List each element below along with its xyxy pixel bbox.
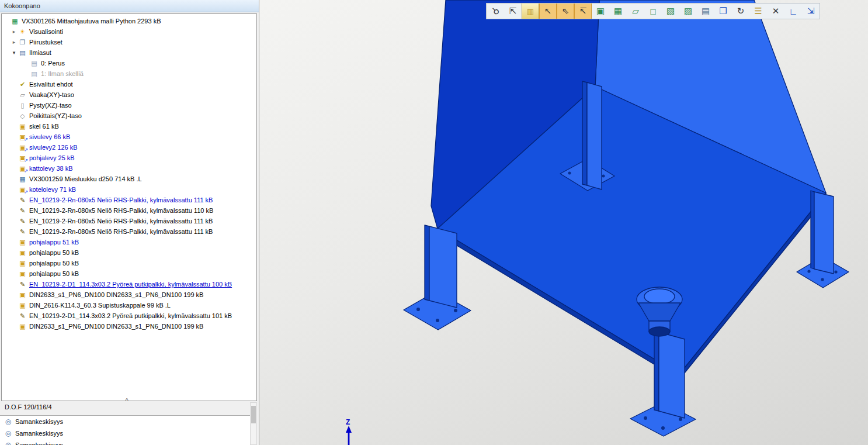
tree-item-label: Vaaka(XY)-taso xyxy=(29,91,78,98)
select-solid-icon[interactable]: ▦ xyxy=(609,4,627,19)
tree-item[interactable]: Esivalitut ehdot xyxy=(2,79,256,89)
tree-item[interactable]: Ilmiasut xyxy=(2,47,256,58)
constraint-item[interactable]: Samankeskisyys xyxy=(0,427,250,439)
axis-icon[interactable]: ∟ xyxy=(784,4,802,19)
z-axis-arrow-icon xyxy=(346,426,352,433)
tree-item[interactable]: VX3001259 Miesluukku d250 714 kB .L xyxy=(2,174,256,184)
tree-item-label: DIN2633_s1_PN6_DN100 DIN2633_s1_PN6_DN10… xyxy=(29,323,207,330)
tree-item-icon xyxy=(18,281,27,288)
tree-item[interactable]: DIN2633_s1_PN6_DN100 DIN2633_s1_PN6_DN10… xyxy=(2,321,256,332)
tree-item[interactable]: kotelolevy 71 kB xyxy=(2,184,256,195)
tree-item-label: EN_10219-2-Rn-080x5 Neliö RHS-Palkki, ky… xyxy=(29,207,217,214)
tree-item-icon xyxy=(18,228,27,236)
snap-point-icon[interactable]: ↖ xyxy=(539,4,557,19)
tree-item-icon xyxy=(18,196,27,204)
scrollbar-thumb[interactable] xyxy=(251,406,256,423)
tree-item[interactable]: sivulevy2 126 kB xyxy=(2,142,256,153)
feature-list-icon[interactable]: ▤ xyxy=(697,4,714,19)
select-hatch-icon[interactable]: ▧ xyxy=(662,4,679,19)
purge-icon[interactable]: ✕ xyxy=(767,4,784,19)
tree-item-label: 0: Perus xyxy=(41,60,68,67)
tree-item[interactable]: sivulevy 66 kB xyxy=(2,132,256,142)
splitter-handle[interactable]: ^ xyxy=(120,397,134,404)
tree-item[interactable]: Poikittais(YZ)-taso xyxy=(2,111,256,121)
tree-item-icon xyxy=(18,112,27,120)
select-face-icon[interactable]: ▣ xyxy=(592,4,609,19)
copy-icon[interactable]: ❐ xyxy=(714,4,732,19)
tree-item-icon xyxy=(18,260,27,267)
tree-item[interactable]: Pysty(XZ)-taso xyxy=(2,100,256,111)
expand-chevron-icon[interactable] xyxy=(10,39,18,45)
tree-item-icon xyxy=(18,207,27,215)
tree-item-icon xyxy=(18,91,27,99)
tree-item-icon xyxy=(18,175,27,183)
orbit-icon[interactable]: ↻ xyxy=(732,4,749,19)
tree-item-icon xyxy=(11,18,19,25)
tree-item-label: DIN2633_s1_PN6_DN100 DIN2633_s1_PN6_DN10… xyxy=(29,291,207,298)
tree-item-label: pohjalappu 51 kB xyxy=(29,239,82,246)
assembly-tree: VX3001265 Mittaohjautuva malli Python 22… xyxy=(1,13,257,401)
constraint-label: Samankeskisyys xyxy=(15,430,63,437)
tree-item-label: Ilmiasut xyxy=(29,49,55,56)
tree-item-label: kotelolevy 71 kB xyxy=(29,186,79,193)
tree-item-label: 1: Ilman skelliä xyxy=(41,70,87,77)
tree-item[interactable]: pohjalappu 51 kB xyxy=(2,237,256,247)
tree-item-label: pohjalappu 50 kB xyxy=(29,270,82,277)
tree-item[interactable]: Visualisointi xyxy=(2,26,256,37)
ruler-icon[interactable]: ▥ xyxy=(522,4,539,19)
3d-viewport[interactable]: Z ⚲ ⇱ ▥ ↖ xyxy=(259,0,868,445)
concentricity-icon xyxy=(4,418,13,426)
snap-intersection-icon[interactable]: ↸ xyxy=(574,4,592,19)
tree-item-label: pohjalevy 25 kB xyxy=(29,154,78,161)
3d-model: Z xyxy=(259,0,868,445)
select-sheet-icon[interactable]: □ xyxy=(644,4,662,19)
select-plane-icon[interactable]: ▱ xyxy=(627,4,644,19)
tree-item-label: EN_10219-2-D1_114.3x03.2 Pyöreä putkipal… xyxy=(29,312,235,319)
snap-midpoint-icon[interactable]: ⇖ xyxy=(557,4,574,19)
tree-item[interactable]: pohjalappu 50 kB xyxy=(2,268,256,279)
tree-item-icon xyxy=(18,239,27,246)
dof-status: D.O.F 120/116/4 xyxy=(5,403,52,410)
expand-chevron-icon[interactable] xyxy=(10,50,18,56)
tree-item[interactable]: EN_10219-2-Rn-080x5 Neliö RHS-Palkki, ky… xyxy=(2,195,256,205)
tree-item[interactable]: EN_10219-2-D1_114.3x03.2 Pyöreä putkipal… xyxy=(2,311,256,321)
tree-item[interactable]: pohjalappu 50 kB xyxy=(2,258,256,268)
world-axis-indicator: Z xyxy=(346,418,352,445)
tree-item[interactable]: pohjalevy 25 kB xyxy=(2,153,256,163)
pin-icon[interactable]: ⚲ xyxy=(487,4,504,19)
tree-item[interactable]: kattolevy 38 kB xyxy=(2,163,256,174)
tree-item-icon xyxy=(18,186,27,194)
tree-item[interactable]: skel 61 kB xyxy=(2,121,256,132)
tree-item[interactable]: DIN_2616-K114.3_60.3 Supistuskappale 99 … xyxy=(2,300,256,311)
tree-item[interactable]: VX3001265 Mittaohjautuva malli Python 22… xyxy=(2,16,256,26)
tree-item-icon xyxy=(18,312,27,320)
tree-item-icon xyxy=(18,123,27,130)
tree-item[interactable]: EN_10219-2-Rn-080x5 Neliö RHS-Palkki, ky… xyxy=(2,205,256,216)
constraint-item[interactable]: Samankeskisyys xyxy=(0,416,250,427)
expand-chevron-icon[interactable] xyxy=(10,29,18,35)
fit-view-icon[interactable]: ⇲ xyxy=(802,4,820,19)
tree-item-label: skel 61 kB xyxy=(29,123,63,130)
constraints-scrollbar[interactable] xyxy=(250,402,257,445)
tree-item[interactable]: EN_10219-2-Rn-080x5 Neliö RHS-Palkki, ky… xyxy=(2,216,256,226)
tree-item[interactable]: pohjalappu 50 kB xyxy=(2,247,256,258)
constraint-item[interactable]: Samankeskisyys xyxy=(0,439,250,445)
tree-item-icon xyxy=(18,218,27,225)
tree-item-icon xyxy=(18,270,27,278)
tree-item-icon xyxy=(18,39,27,46)
tree-item[interactable]: DIN2633_s1_PN6_DN100 DIN2633_s1_PN6_DN10… xyxy=(2,289,256,300)
select-part-icon[interactable]: ▨ xyxy=(679,4,697,19)
viewport-toolbar: ⚲ ⇱ ▥ ↖ ⇖ ↸ xyxy=(486,3,820,19)
tree-item-icon xyxy=(18,291,27,299)
tree-item-icon xyxy=(18,133,27,141)
select-frame-icon[interactable]: ⇱ xyxy=(504,4,522,19)
tree-item[interactable]: EN_10219-2-Rn-080x5 Neliö RHS-Palkki, ky… xyxy=(2,226,256,237)
tree-item-label: pohjalappu 50 kB xyxy=(29,249,82,256)
tree-item[interactable]: Vaaka(XY)-taso xyxy=(2,89,256,100)
tree-item[interactable]: Piirustukset xyxy=(2,37,256,47)
tree-item[interactable]: EN_10219-2-D1_114.3x03.2 Pyöreä putkipal… xyxy=(2,279,256,289)
tree-item[interactable]: 1: Ilman skelliä xyxy=(2,68,256,79)
layers-icon[interactable]: ☰ xyxy=(749,4,767,19)
assembly-panel: Kokoonpano VX3001265 Mittaohjautuva mall… xyxy=(0,0,259,445)
tree-item[interactable]: 0: Perus xyxy=(2,58,256,68)
